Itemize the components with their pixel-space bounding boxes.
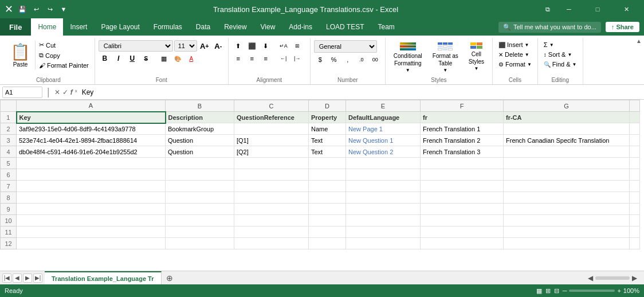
table-cell[interactable]: Question <box>166 146 234 158</box>
table-cell[interactable] <box>234 226 309 238</box>
table-cell[interactable] <box>504 204 630 215</box>
table-cell[interactable]: New Page 1 <box>346 123 421 135</box>
sheet-nav-next[interactable]: ▶ <box>23 273 32 283</box>
table-cell[interactable] <box>346 215 421 226</box>
view-normal-icon[interactable]: ▦ <box>536 287 542 295</box>
number-format-select[interactable]: General <box>314 40 377 53</box>
table-cell[interactable] <box>309 158 346 169</box>
decrease-indent-button[interactable]: ←| <box>277 53 290 64</box>
insert-function-icon[interactable]: f <box>70 88 73 96</box>
page-layout-menu-item[interactable]: Page Layout <box>94 18 146 36</box>
col-header-c[interactable]: C <box>234 100 309 112</box>
col-header-b[interactable]: B <box>166 100 234 112</box>
table-cell[interactable] <box>504 158 630 169</box>
table-cell[interactable] <box>166 158 234 169</box>
table-cell[interactable] <box>346 181 421 192</box>
table-cell[interactable] <box>421 192 504 204</box>
table-cell[interactable] <box>346 192 421 204</box>
conditional-formatting-dropdown[interactable]: ▼ <box>406 68 410 73</box>
table-cell[interactable]: Key <box>17 112 166 123</box>
share-button[interactable]: ↑ Share <box>606 22 639 32</box>
loadtest-menu-item[interactable]: LOAD TEST <box>319 18 371 36</box>
table-cell[interactable] <box>166 169 234 181</box>
customize-icon[interactable]: ▼ <box>58 3 69 15</box>
paste-button[interactable]: 📋 Paste <box>6 40 36 70</box>
redo-icon[interactable]: ↪ <box>44 3 56 15</box>
table-cell[interactable] <box>421 215 504 226</box>
formula-input[interactable] <box>80 88 642 96</box>
save-icon[interactable]: 💾 <box>17 3 28 15</box>
addins-menu-item[interactable]: Add-ins <box>282 18 319 36</box>
col-header-f[interactable]: F <box>421 100 504 112</box>
table-cell[interactable] <box>421 158 504 169</box>
format-as-table-button[interactable]: Format as Table ▼ <box>428 40 463 75</box>
table-cell[interactable] <box>504 169 630 181</box>
scroll-right-icon[interactable]: ▶ <box>632 274 637 282</box>
table-cell[interactable]: BookmarkGroup <box>166 123 234 135</box>
table-cell[interactable]: [Q2] <box>234 146 309 158</box>
table-cell[interactable] <box>17 238 166 249</box>
table-cell[interactable] <box>421 181 504 192</box>
table-cell[interactable] <box>504 123 630 135</box>
close-button[interactable]: ✕ <box>613 0 639 18</box>
sort-filter-button[interactable]: ↕ Sort & ▼ <box>541 50 575 59</box>
cut-button[interactable]: ✂ Cut <box>37 40 91 50</box>
active-sheet-tab[interactable]: Translation Example_Language Tr <box>45 271 162 284</box>
table-cell[interactable] <box>234 204 309 215</box>
home-menu-item[interactable]: Home <box>31 18 63 36</box>
font-size-select[interactable]: 11 <box>174 40 197 52</box>
copy-button[interactable]: ⧉ Copy <box>37 50 91 60</box>
table-cell[interactable] <box>166 226 234 238</box>
horizontal-scrollbar[interactable] <box>595 276 630 280</box>
table-cell[interactable] <box>421 238 504 249</box>
table-cell[interactable]: French Translation 1 <box>421 123 504 135</box>
col-header-a[interactable]: A <box>17 100 166 112</box>
table-cell[interactable]: [Q1] <box>234 135 309 146</box>
team-menu-item[interactable]: Team <box>371 18 402 36</box>
table-cell[interactable] <box>234 158 309 169</box>
align-right-button[interactable]: ≡ <box>260 53 272 64</box>
table-cell[interactable]: French Translation 2 <box>421 135 504 146</box>
increase-font-button[interactable]: A+ <box>198 40 211 52</box>
table-cell[interactable] <box>309 204 346 215</box>
percent-button[interactable]: % <box>328 54 340 65</box>
font-family-select[interactable]: Calibri <box>99 40 173 52</box>
review-menu-item[interactable]: Review <box>217 18 253 36</box>
table-cell[interactable] <box>17 204 166 215</box>
table-cell[interactable] <box>504 226 630 238</box>
increase-indent-button[interactable]: |→ <box>291 53 304 64</box>
table-cell[interactable]: Text <box>309 135 346 146</box>
zoom-out-button[interactable]: ─ <box>563 287 567 294</box>
table-cell[interactable] <box>309 226 346 238</box>
table-cell[interactable] <box>166 181 234 192</box>
table-cell[interactable] <box>346 226 421 238</box>
zoom-in-button[interactable]: + <box>617 287 621 294</box>
find-select-button[interactable]: 🔍 Find & ▼ <box>541 60 579 69</box>
view-layout-icon[interactable]: ⊞ <box>545 287 551 295</box>
format-as-table-dropdown[interactable]: ▼ <box>443 68 447 73</box>
table-cell[interactable] <box>166 215 234 226</box>
table-cell[interactable] <box>504 192 630 204</box>
delete-button[interactable]: ✕ Delete ▼ <box>496 50 532 59</box>
restore-window-icon[interactable]: ⧉ <box>542 3 553 15</box>
ribbon-collapse-button[interactable]: ▲ <box>636 38 642 44</box>
col-header-d[interactable]: D <box>309 100 346 112</box>
sheet-nav-last[interactable]: ▶| <box>33 273 42 283</box>
borders-button[interactable]: ▦ <box>158 53 170 64</box>
table-cell[interactable] <box>234 169 309 181</box>
table-cell[interactable] <box>166 192 234 204</box>
bottom-align-button[interactable]: ⬇ <box>260 40 272 52</box>
table-cell[interactable]: French Translation 3 <box>421 146 504 158</box>
col-header-g[interactable]: G <box>504 100 630 112</box>
table-cell[interactable]: 523e74c1-4e04-42e1-9894-2fbac1888614 <box>17 135 166 146</box>
table-cell[interactable] <box>17 181 166 192</box>
align-center-button[interactable]: ≡ <box>246 53 258 64</box>
table-cell[interactable]: Description <box>166 112 234 123</box>
add-sheet-button[interactable]: ⊕ <box>162 271 178 284</box>
data-menu-item[interactable]: Data <box>189 18 217 36</box>
table-cell[interactable] <box>234 215 309 226</box>
formulas-menu-item[interactable]: Formulas <box>147 18 189 36</box>
cell-reference-box[interactable]: A1 <box>2 87 42 98</box>
format-button[interactable]: ⚙ Format ▼ <box>496 60 534 69</box>
cell-styles-button[interactable]: Cell Styles ▼ <box>464 40 489 73</box>
